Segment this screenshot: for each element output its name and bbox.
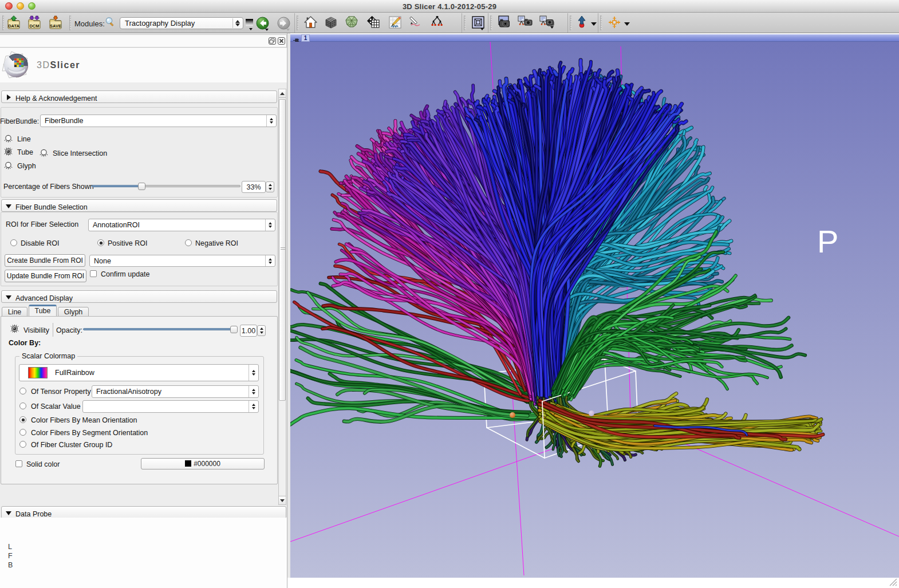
opacity-slider-fill[interactable] xyxy=(83,328,234,330)
module-back-icon[interactable] xyxy=(256,17,270,31)
main-toolbar: DATA DCM SAVE Modules: Tractography Disp… xyxy=(0,13,899,33)
modules-label: Modules: xyxy=(74,19,105,28)
update-bundle-button[interactable]: Update Bundle From ROI xyxy=(5,270,86,282)
resize-grip-icon[interactable] xyxy=(889,578,897,586)
mean-orientation-radio[interactable] xyxy=(19,416,26,423)
threed-scene[interactable]: P xyxy=(290,42,899,578)
toolbar-separator xyxy=(462,13,462,33)
colormap-combobox[interactable]: FullRainbow xyxy=(19,364,259,381)
module-selector-spinner[interactable] xyxy=(232,18,242,28)
slice-intersection-eye-icon[interactable] xyxy=(39,149,49,159)
scrollbar-grip xyxy=(281,247,285,251)
toolbar-separator xyxy=(567,13,568,33)
scrollbar-down-icon[interactable] xyxy=(279,496,286,504)
layout-selector-icon[interactable] xyxy=(472,16,486,31)
tube-visibility-eye-icon[interactable] xyxy=(3,148,13,158)
load-dicom-icon[interactable]: DCM xyxy=(27,15,41,30)
scene-views-restore-icon[interactable] xyxy=(539,15,553,30)
solid-color-checkbox[interactable] xyxy=(15,460,22,467)
toolbar-drag-handle xyxy=(490,15,492,30)
module-search-icon[interactable] xyxy=(105,17,119,31)
module-history-icon[interactable] xyxy=(245,15,254,30)
tab-line[interactable]: Line xyxy=(2,307,27,317)
scrollbar-thumb[interactable] xyxy=(279,99,286,401)
segment-orientation-radio[interactable] xyxy=(19,429,26,436)
create-bundle-button[interactable]: Create Bundle From ROI xyxy=(5,254,85,267)
module-selector-combobox[interactable]: Tractography Display xyxy=(120,17,243,29)
module-panel-scroll-area: Help & Acknowledgement FiberBundle: Fibe… xyxy=(0,87,287,502)
line-visibility-eye-icon[interactable] xyxy=(3,135,13,145)
tensor-property-radio[interactable] xyxy=(19,388,26,394)
panel-float-button[interactable] xyxy=(269,37,276,45)
tab-glyph[interactable]: Glyph xyxy=(58,307,89,317)
cluster-id-radio[interactable] xyxy=(19,441,26,448)
screenshot-icon[interactable] xyxy=(498,15,512,30)
extensions-icon[interactable] xyxy=(577,15,591,30)
markups-module-icon[interactable] xyxy=(431,15,444,30)
roi-combobox[interactable]: AnnotationROI xyxy=(88,219,275,231)
slicer-logo-text: 3DSlicer xyxy=(37,60,80,70)
view-tab-1[interactable]: 1 xyxy=(301,34,310,42)
editor-module-icon[interactable] xyxy=(388,15,402,30)
confirm-update-checkbox[interactable] xyxy=(90,270,97,277)
load-data-icon[interactable]: DATA xyxy=(7,15,21,30)
module-forward-icon[interactable] xyxy=(277,17,291,31)
percentage-slider-handle[interactable] xyxy=(138,183,145,190)
transforms-module-icon[interactable] xyxy=(367,15,381,30)
percentage-slider-track[interactable] xyxy=(142,185,240,187)
crosshair-icon[interactable] xyxy=(608,15,622,30)
glyph-visibility-eye-icon[interactable] xyxy=(3,161,13,172)
opacity-label: Opacity: xyxy=(56,326,82,334)
advanced-section-header[interactable]: Advanced Display xyxy=(1,290,277,303)
positive-roi-label: Positive ROI xyxy=(108,239,147,247)
toolbar-drag-handle xyxy=(464,15,466,30)
percentage-spinbox[interactable]: 33% xyxy=(242,181,266,193)
panel-dock-header xyxy=(0,34,287,48)
volumes-module-icon[interactable] xyxy=(324,15,338,30)
fiberbundle-combobox[interactable]: FiberBundle xyxy=(40,115,277,127)
panel-scrollbar[interactable] xyxy=(278,89,286,505)
expanded-arrow-icon xyxy=(6,204,11,208)
disable-roi-radio[interactable] xyxy=(10,239,17,246)
percentage-spin-buttons[interactable] xyxy=(266,181,274,192)
opacity-spinbox[interactable]: 1.00 xyxy=(240,325,257,337)
toolbar-separator xyxy=(69,15,72,30)
selection-section-header[interactable]: Fiber Bundle Selection xyxy=(1,199,277,212)
tube-visibility-eye-icon-2[interactable] xyxy=(10,325,19,336)
positive-roi-radio[interactable] xyxy=(97,239,104,246)
visibility-label: Visibility xyxy=(23,326,49,334)
segment-orientation-label: Color Fibers By Segment Orientation xyxy=(31,429,148,437)
fiberbundle-label: FiberBundle: xyxy=(0,117,39,125)
toolbar-drag-handle[interactable] xyxy=(2,15,5,30)
threed-viewport[interactable]: 1 P xyxy=(290,34,899,578)
module-selector-value: Tractography Display xyxy=(125,19,195,27)
scene-views-icon[interactable] xyxy=(518,15,531,30)
data-probe-area: L F B xyxy=(0,518,287,588)
save-icon[interactable]: SAVE xyxy=(49,15,62,30)
opacity-spin-buttons[interactable] xyxy=(257,325,266,336)
solid-color-button[interactable]: #000000 xyxy=(141,458,265,469)
help-section-header[interactable]: Help & Acknowledgement xyxy=(1,90,277,103)
scalar-value-radio[interactable] xyxy=(19,402,26,409)
module-panel: 3DSlicer Help & Acknowledgement FiberBun… xyxy=(0,33,287,588)
panel-close-icon[interactable] xyxy=(278,37,285,45)
svg-text:P: P xyxy=(817,223,838,259)
negative-roi-radio[interactable] xyxy=(185,239,192,246)
panel-splitter[interactable] xyxy=(287,33,290,578)
tab-tube[interactable]: Tube xyxy=(29,305,57,317)
confirm-update-label: Confirm update xyxy=(101,270,149,278)
data-probe-section-header[interactable]: Data Probe xyxy=(1,506,286,519)
home-module-icon[interactable] xyxy=(304,15,318,30)
slicer-logo-row: 3DSlicer xyxy=(0,48,287,82)
disable-roi-label: Disable ROI xyxy=(21,239,59,247)
view-controller-bar[interactable]: 1 xyxy=(290,34,899,42)
scalar-value-combobox[interactable] xyxy=(82,400,259,413)
create-bundle-combobox[interactable]: None xyxy=(89,255,275,267)
tensor-property-combobox[interactable]: FractionalAnisotropy xyxy=(92,385,259,398)
svg-text:DCM: DCM xyxy=(29,23,39,29)
scrollbar-up-icon[interactable] xyxy=(279,89,286,98)
opacity-slider-handle[interactable] xyxy=(230,326,238,333)
models-module-icon[interactable] xyxy=(345,15,358,30)
annotations-module-icon[interactable] xyxy=(409,15,423,30)
pin-icon[interactable] xyxy=(293,36,299,40)
